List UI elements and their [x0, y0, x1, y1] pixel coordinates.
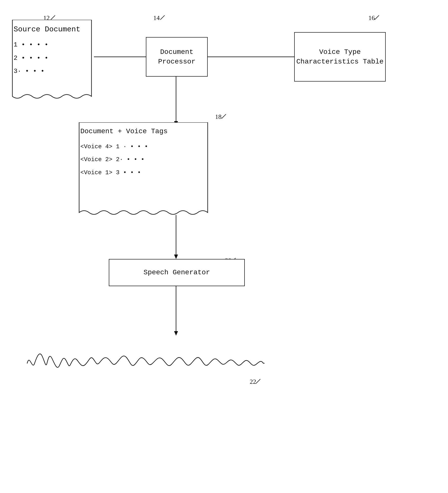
svg-marker-7 [174, 255, 178, 259]
ref-14: 14 [153, 14, 160, 22]
tick-18 [222, 114, 229, 119]
audio-waveform [25, 336, 265, 390]
document-processor-box: Document Processor [146, 37, 208, 77]
source-document-label: Source Document 1 • • • • 2 • • • • 3· •… [14, 23, 80, 77]
tick-16 [375, 15, 382, 20]
tick-12 [51, 15, 58, 20]
voice-type-table-label: Voice Type Characteristics Table [296, 47, 384, 66]
speech-generator-label: Speech Generator [144, 268, 210, 277]
document-processor-label: Document Processor [158, 47, 195, 66]
svg-line-12 [375, 15, 379, 20]
tick-14 [160, 15, 168, 20]
diagram-container: 12 Source Document 1 • • • • 2 • • • • 3… [0, 0, 448, 493]
svg-marker-9 [174, 331, 178, 336]
svg-line-13 [222, 114, 226, 119]
speech-generator-box: Speech Generator [109, 259, 245, 286]
ref-16: 16 [368, 14, 375, 22]
ref-18: 18 [215, 113, 222, 121]
svg-line-10 [51, 15, 55, 20]
svg-line-11 [160, 15, 165, 20]
document-voice-tags-label: Document + Voice Tags <Voice 4> 1 · • • … [80, 126, 168, 177]
voice-type-table-box: Voice Type Characteristics Table [294, 32, 386, 82]
